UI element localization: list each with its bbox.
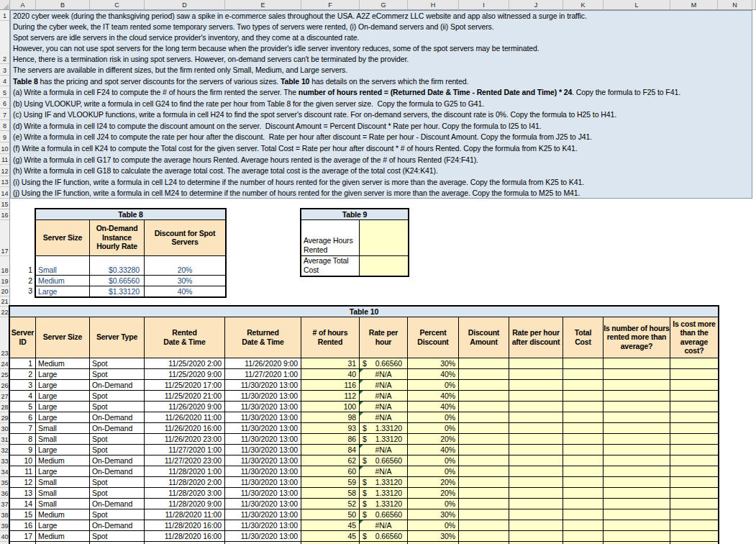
cell-rate-per-hour[interactable]: $1.33120 bbox=[360, 477, 408, 488]
cell-server-id[interactable]: 14 bbox=[10, 499, 36, 509]
row-header-14[interactable]: 14 bbox=[0, 187, 9, 199]
cell-server-type[interactable]: Spot bbox=[90, 531, 145, 542]
cell-server-size[interactable]: Small bbox=[36, 499, 90, 509]
cell-rented-datetime[interactable]: 11/28/2020 11:00 bbox=[145, 509, 225, 520]
table10-header-rented-datetime[interactable]: Rented Date & Time bbox=[145, 317, 225, 358]
cell-server-size[interactable]: Small bbox=[36, 488, 90, 499]
cell-cost-more-than-avg[interactable] bbox=[670, 520, 718, 531]
column-header-B[interactable]: B bbox=[36, 0, 90, 9]
cell-total-cost[interactable] bbox=[563, 455, 604, 466]
cell-total-cost[interactable] bbox=[563, 520, 604, 531]
table9-label-average-hours-rented[interactable]: Average Hours Rented bbox=[301, 220, 360, 256]
cell-discount-amount[interactable] bbox=[459, 445, 509, 455]
cell-discount-amount[interactable] bbox=[459, 380, 509, 391]
column-header-I[interactable]: I bbox=[459, 0, 509, 9]
cell-rented-datetime[interactable]: 11/25/2020 9:00 bbox=[145, 369, 225, 380]
cell-returned-datetime[interactable]: 11/30/2020 13:00 bbox=[225, 531, 301, 542]
cell-percent-discount[interactable]: 0% bbox=[408, 380, 459, 391]
cell-returned-datetime[interactable]: 11/30/2020 13:00 bbox=[225, 488, 301, 499]
cell-rate-after-discount[interactable] bbox=[509, 509, 563, 520]
cell-rented-datetime[interactable]: 11/25/2020 2:00 bbox=[145, 358, 225, 369]
cell-hours-rented[interactable]: 59 bbox=[301, 477, 360, 488]
cell-rate-after-discount[interactable] bbox=[509, 391, 563, 402]
cell-hours-more-than-avg[interactable] bbox=[604, 520, 670, 531]
cell-hours-rented[interactable]: 93 bbox=[301, 423, 360, 434]
cell-rate-after-discount[interactable] bbox=[509, 455, 563, 466]
cell-server-type[interactable]: On-Demand bbox=[90, 423, 145, 434]
cell-hours-rented[interactable]: 40 bbox=[301, 369, 360, 380]
cell-hours-more-than-avg[interactable] bbox=[604, 445, 670, 455]
cell-server-type[interactable]: On-Demand bbox=[90, 520, 145, 531]
cell-rented-datetime[interactable]: 11/26/2020 23:00 bbox=[145, 434, 225, 445]
cell-percent-discount[interactable]: 40% bbox=[408, 369, 459, 380]
cell-cost-more-than-avg[interactable] bbox=[670, 445, 718, 455]
table10-header-total-cost[interactable]: Total Cost bbox=[563, 317, 604, 358]
cell-total-cost[interactable] bbox=[563, 466, 604, 477]
row-header-20[interactable]: 20 bbox=[0, 286, 9, 296]
column-header-C[interactable]: C bbox=[90, 0, 145, 9]
column-header-F[interactable]: F bbox=[301, 0, 360, 9]
table8-header-server-size[interactable]: Server Size bbox=[36, 220, 90, 256]
table9-label-average-total-cost[interactable]: Average Total Cost bbox=[301, 256, 360, 276]
cell-rate-after-discount[interactable] bbox=[509, 499, 563, 509]
row-header-8[interactable]: 8 bbox=[0, 120, 9, 132]
cell-percent-discount[interactable]: 0% bbox=[408, 520, 459, 531]
cell-hours-rented[interactable]: 98 bbox=[301, 412, 360, 423]
cell-hourly-rate[interactable]: $0.66560 bbox=[90, 276, 145, 286]
cell-returned-datetime[interactable]: 11/26/2020 9:00 bbox=[225, 358, 301, 369]
cell-rate-per-hour[interactable]: $1.33120 bbox=[360, 488, 408, 499]
cell-returned-datetime[interactable]: 11/30/2020 13:00 bbox=[225, 380, 301, 391]
cell-rate-per-hour[interactable]: #N/A bbox=[360, 369, 408, 380]
cell-cost-more-than-avg[interactable] bbox=[670, 455, 718, 466]
cell-hours-rented[interactable]: 62 bbox=[301, 455, 360, 466]
cell-returned-datetime[interactable]: 11/30/2020 13:00 bbox=[225, 477, 301, 488]
cell-discount-amount[interactable] bbox=[459, 499, 509, 509]
cell-discount-amount[interactable] bbox=[459, 455, 509, 466]
cell-server-size[interactable]: Small bbox=[36, 423, 90, 434]
cell-server-id[interactable]: 3 bbox=[10, 380, 36, 391]
cell-hours-rented[interactable]: 60 bbox=[301, 466, 360, 477]
row-header-13[interactable]: 13 bbox=[0, 176, 9, 188]
table10-header-hours-rented[interactable]: # of hours Rented bbox=[301, 317, 360, 358]
cell-rented-datetime[interactable]: 11/26/2020 11:00 bbox=[145, 412, 225, 423]
cell-server-type[interactable]: Spot bbox=[90, 488, 145, 499]
cell-percent-discount[interactable]: 40% bbox=[408, 402, 459, 412]
cell-returned-datetime[interactable]: 11/30/2020 13:00 bbox=[225, 499, 301, 509]
cell-hours-more-than-avg[interactable] bbox=[604, 477, 670, 488]
cell-spot-discount[interactable]: 40% bbox=[145, 286, 225, 296]
cell-rate-after-discount[interactable] bbox=[509, 531, 563, 542]
table10-header-rate-after-discount[interactable]: Rate per hour after discount bbox=[509, 317, 563, 358]
cell-spot-discount[interactable]: 20% bbox=[145, 256, 225, 276]
cell-percent-discount[interactable]: 20% bbox=[408, 488, 459, 499]
cell-discount-amount[interactable] bbox=[459, 477, 509, 488]
cell-total-cost[interactable] bbox=[563, 509, 604, 520]
table8-header-hourly-rate[interactable]: On-Demand Instance Hourly Rate bbox=[90, 220, 145, 256]
cell-server-size[interactable]: Small bbox=[36, 434, 90, 445]
cell-total-cost[interactable] bbox=[563, 434, 604, 445]
cell-discount-amount[interactable] bbox=[459, 488, 509, 499]
table9-value-average-total-cost[interactable] bbox=[360, 256, 408, 276]
row-header-4[interactable]: 4 bbox=[0, 76, 9, 87]
cell-rate-per-hour[interactable]: $1.33120 bbox=[360, 423, 408, 434]
table9-title[interactable]: Table 9 bbox=[301, 209, 408, 220]
cell-discount-amount[interactable] bbox=[459, 391, 509, 402]
cell-total-cost[interactable] bbox=[563, 499, 604, 509]
column-header-K[interactable]: K bbox=[563, 0, 604, 9]
cell-rate-after-discount[interactable] bbox=[509, 445, 563, 455]
cell-rate-per-hour[interactable]: $1.33120 bbox=[360, 434, 408, 445]
instructions-block[interactable]: 2020 cyber week (during the thanksgiving… bbox=[10, 10, 752, 199]
cell-rate-after-discount[interactable] bbox=[509, 434, 563, 445]
cell-server-id[interactable]: 16 bbox=[10, 520, 36, 531]
cell-rate-after-discount[interactable] bbox=[509, 412, 563, 423]
cell-percent-discount[interactable]: 0% bbox=[408, 455, 459, 466]
cell-total-cost[interactable] bbox=[563, 380, 604, 391]
cell-discount-amount[interactable] bbox=[459, 369, 509, 380]
cell-returned-datetime[interactable]: 11/30/2020 13:00 bbox=[225, 466, 301, 477]
cell-discount-amount[interactable] bbox=[459, 423, 509, 434]
cell-cost-more-than-avg[interactable] bbox=[670, 499, 718, 509]
table10-header-server-id[interactable]: Server ID bbox=[10, 317, 36, 358]
cell-server-id[interactable]: 5 bbox=[10, 402, 36, 412]
cell-hours-rented[interactable]: 45 bbox=[301, 531, 360, 542]
cell-server-id[interactable]: 2 bbox=[10, 369, 36, 380]
cell-total-cost[interactable] bbox=[563, 358, 604, 369]
